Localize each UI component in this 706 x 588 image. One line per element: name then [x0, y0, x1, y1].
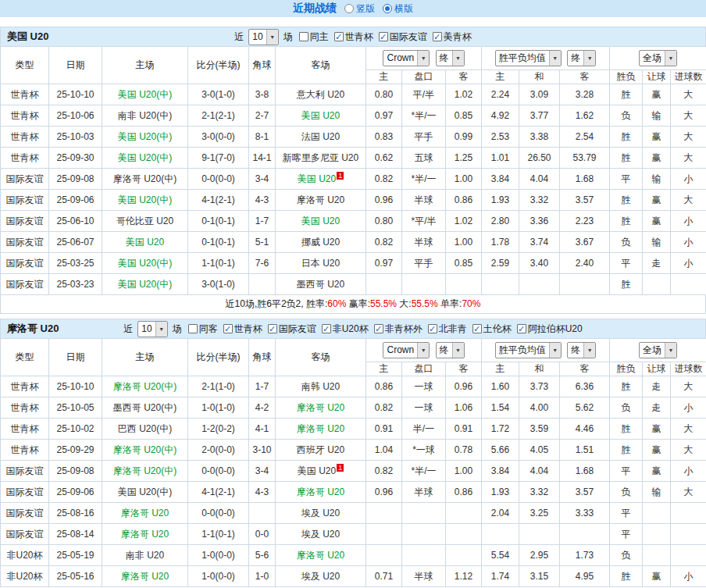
away-team-name[interactable]: 意大利 U20	[297, 89, 344, 100]
away-team-name[interactable]: 埃及 U20	[301, 529, 340, 540]
filter-label: 美青杯	[444, 30, 472, 44]
home-team-name[interactable]: 摩洛哥 U20	[121, 571, 169, 582]
avg-draw-odds: 3.25	[519, 503, 560, 524]
radio-unselected-icon[interactable]	[344, 4, 354, 13]
select-value: 终	[440, 344, 449, 357]
avg-odds-group: 胜平负均值▼ 终▼	[482, 339, 610, 362]
home-team-name[interactable]: 美国 U20(中)	[118, 258, 172, 269]
bookmaker-select[interactable]: Crown▼	[383, 342, 430, 358]
avg-odds-select[interactable]: 胜平负均值▼	[495, 342, 562, 358]
checkbox-icon[interactable]	[188, 324, 198, 333]
away-team-name[interactable]: 法国 U20	[301, 131, 340, 142]
home-team-name[interactable]: 巴西 U20(中)	[118, 423, 172, 434]
result-badge: 负	[610, 482, 643, 503]
result-badge: 胜	[610, 440, 643, 461]
checkbox-icon[interactable]: ✓	[322, 324, 331, 333]
home-team-name[interactable]: 南非 U20	[126, 550, 164, 561]
summary-part: 60%	[327, 298, 346, 309]
filter-option[interactable]: ✓阿拉伯杯U20	[517, 323, 583, 336]
col-away: 客场	[276, 339, 366, 376]
checkbox-icon[interactable]: ✓	[472, 324, 482, 333]
checkbox-icon[interactable]: ✓	[517, 324, 526, 333]
checkbox-icon[interactable]	[299, 32, 308, 41]
home-team-name[interactable]: 美国 U20(中)	[118, 131, 172, 142]
filter-option[interactable]: ✓非青杯外	[374, 323, 423, 336]
home-team-name[interactable]: 摩洛哥 U20	[121, 529, 169, 540]
bookmaker-select[interactable]: Crown▼	[383, 50, 430, 66]
filter-option[interactable]: ✓国际友谊	[268, 323, 316, 336]
home-team-name[interactable]: 摩洛哥 U20(中)	[113, 381, 176, 392]
home-team-name[interactable]: 墨西哥 U20(中)	[113, 402, 176, 413]
match-count-select[interactable]: 10 ▼	[248, 29, 278, 45]
away-team-name[interactable]: 摩洛哥 U20	[297, 550, 344, 561]
away-team-name[interactable]: 挪威 U20	[301, 237, 340, 248]
odds-stage-select[interactable]: 终▼	[436, 342, 465, 358]
away-team-name[interactable]: 埃及 U20	[301, 571, 340, 582]
match-score: 2-0(0-0)	[188, 440, 249, 461]
away-team-name[interactable]: 南韩 U20	[301, 381, 340, 392]
home-team-name[interactable]: 南非 U20(中)	[118, 110, 172, 121]
filter-option[interactable]: ✓土伦杯	[472, 323, 512, 336]
layout-option-horizontal[interactable]: 横版	[383, 2, 413, 16]
away-team-name[interactable]: 西班牙 U20	[297, 444, 344, 455]
checkbox-icon[interactable]: ✓	[379, 32, 388, 41]
home-team-name[interactable]: 摩洛哥 U20(中)	[113, 444, 176, 455]
away-team-name[interactable]: 墨西哥 U20	[297, 279, 344, 290]
checkbox-icon[interactable]: ✓	[268, 324, 277, 333]
odds-stage-select[interactable]: 终▼	[436, 50, 465, 66]
avg-away-odds: 4.46	[560, 419, 610, 440]
filter-option[interactable]: 同客	[188, 323, 218, 336]
away-team-name[interactable]: 摩洛哥 U20	[297, 423, 344, 434]
away-team-name[interactable]: 美国 U20	[298, 173, 336, 184]
sub-col: 胜负	[610, 362, 643, 376]
home-team-name[interactable]: 摩洛哥 U20(中)	[113, 173, 176, 184]
filter-label: 非U20杯	[333, 323, 369, 336]
match-count-select[interactable]: 10 ▼	[137, 321, 167, 337]
match-row: 非U20杯25-05-16摩洛哥 U201-0(0-0)1-0埃及 U200.7…	[1, 566, 706, 587]
away-team-name[interactable]: 日本 U20	[301, 258, 340, 269]
filter-option[interactable]: ✓美青杯	[433, 30, 472, 44]
filter-option[interactable]: ✓非U20杯	[322, 323, 369, 336]
home-team-name[interactable]: 美国 U20(中)	[118, 89, 172, 100]
filter-option[interactable]: ✓北非青	[428, 323, 467, 336]
layout-option-vertical[interactable]: 竖版	[344, 2, 375, 16]
avg-odds-select[interactable]: 胜平负均值▼	[495, 50, 562, 66]
checkbox-icon[interactable]: ✓	[334, 32, 344, 41]
away-team-name[interactable]: 摩洛哥 U20	[297, 486, 344, 497]
away-team-cell: 日本 U20	[276, 253, 366, 274]
away-team-name[interactable]: 美国 U20	[301, 216, 340, 226]
home-team-name[interactable]: 美国 U20(中)	[118, 194, 172, 205]
filter-option[interactable]: 同主	[299, 30, 329, 44]
away-team-name[interactable]: 美国 U20	[298, 465, 336, 476]
handicap-result-badge: 赢	[643, 84, 671, 105]
avg-draw-odds: 3.77	[519, 105, 560, 127]
checkbox-icon[interactable]: ✓	[428, 324, 437, 333]
checkbox-icon[interactable]: ✓	[433, 32, 442, 41]
checkbox-icon[interactable]: ✓	[223, 324, 233, 333]
home-team-name[interactable]: 美国 U20(中)	[118, 486, 172, 497]
filter-option[interactable]: ✓世青杯	[334, 30, 373, 44]
home-team-name[interactable]: 美国 U20	[126, 237, 164, 248]
result-badge: 胜	[610, 211, 643, 232]
away-team-name[interactable]: 摩洛哥 U20	[297, 194, 344, 205]
filter-option[interactable]: ✓世青杯	[223, 323, 262, 336]
topbar: 近期战绩 竖版 横版	[0, 0, 706, 17]
away-team-name[interactable]: 美国 U20	[301, 110, 340, 121]
fullmatch-select[interactable]: 全场▼	[639, 50, 677, 66]
home-team-name[interactable]: 摩洛哥 U20	[121, 508, 169, 519]
home-team-name[interactable]: 哥伦比亚 U20	[116, 216, 173, 226]
avg-stage-select[interactable]: 终▼	[567, 342, 596, 358]
home-team-name[interactable]: 摩洛哥 U20(中)	[113, 465, 176, 476]
filter-option[interactable]: ✓国际友谊	[379, 30, 427, 44]
home-team-name[interactable]: 美国 U20(中)	[118, 279, 172, 290]
away-team-name[interactable]: 新喀里多尼亚 U20	[283, 152, 358, 163]
home-team-name[interactable]: 美国 U20(中)	[118, 152, 172, 163]
away-team-name[interactable]: 埃及 U20	[301, 508, 340, 519]
checkbox-icon[interactable]: ✓	[374, 324, 383, 333]
handicap-result-badge: 赢	[643, 440, 671, 461]
filter-label: 同客	[199, 323, 218, 336]
away-team-name[interactable]: 摩洛哥 U20	[297, 402, 344, 413]
fullmatch-select[interactable]: 全场▼	[639, 342, 677, 358]
avg-stage-select[interactable]: 终▼	[567, 50, 596, 66]
radio-selected-icon[interactable]	[383, 4, 392, 13]
